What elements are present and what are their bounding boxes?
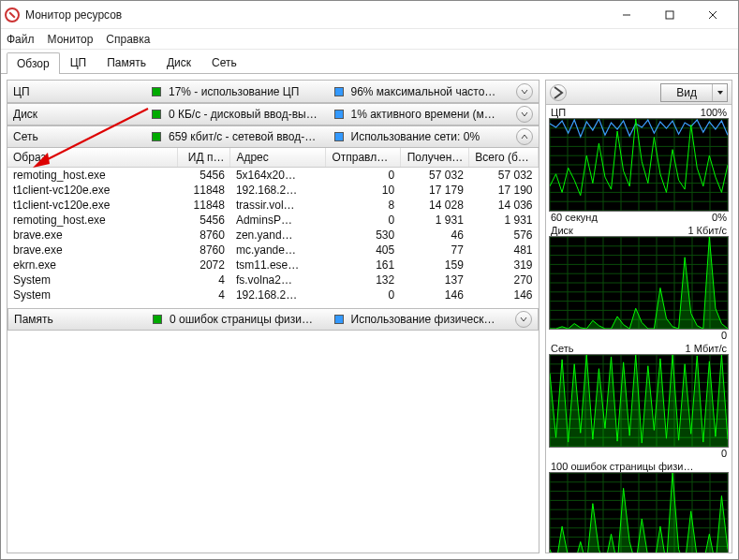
cell: remoting_host.exe [7, 168, 177, 184]
net-collapse[interactable] [516, 128, 533, 145]
section-net[interactable]: Сеть 659 кбит/с - сетевой ввод-… Использ… [7, 125, 539, 148]
cell: 17 190 [469, 183, 539, 198]
table-row[interactable]: System4192.168.2…0146146 [7, 287, 539, 302]
graph-scale-top: 100% [701, 107, 727, 118]
cpu-expander[interactable] [516, 83, 533, 100]
right-pane-collapse[interactable] [550, 84, 567, 101]
cell: 8 [326, 198, 400, 213]
close-button[interactable] [691, 1, 734, 29]
section-cpu[interactable]: ЦП 17% - использование ЦП 96% максимальн… [7, 81, 539, 103]
cell: t1client-vc120e.exe [7, 198, 177, 213]
left-pane: ЦП 17% - использование ЦП 96% максимальн… [7, 80, 539, 553]
disk-io-swatch [152, 110, 161, 119]
table-row[interactable]: ekrn.exe2072tsm11.ese…161159319 [7, 258, 539, 273]
cell: 319 [469, 258, 539, 273]
tabstrip: Обзор ЦП Память Диск Сеть [1, 50, 738, 74]
cell: 2072 [177, 258, 230, 273]
table-row[interactable]: remoting_host.exe5456AdminsP…01 9311 931 [7, 213, 539, 228]
cell: zen.yand… [230, 228, 326, 243]
disk-expander[interactable] [516, 106, 533, 123]
graph-footer-right: 0 [721, 330, 727, 341]
cell: fs.volna2… [230, 273, 326, 287]
memory-expander[interactable] [515, 311, 532, 328]
graph-block: Сеть1 Мбит/с0 [549, 343, 729, 459]
cpu-metric1: 17% - использование ЦП [169, 85, 327, 98]
maximize-button[interactable] [648, 1, 691, 29]
cell: trassir.vol… [230, 198, 326, 213]
cell: 1 931 [469, 213, 539, 228]
cell: 530 [326, 228, 400, 243]
menubar: Файл Монитор Справка [1, 29, 738, 50]
cell: 405 [326, 243, 400, 258]
cell: 159 [400, 258, 469, 273]
cell: 46 [400, 228, 469, 243]
cell: brave.exe [7, 228, 177, 243]
table-row[interactable]: brave.exe8760mc.yande…40577481 [7, 243, 539, 258]
cell: 14 028 [400, 198, 469, 213]
graph-scale-top: 1 Мбит/с [686, 343, 727, 354]
cell: mc.yande… [230, 243, 326, 258]
net-table-grid[interactable]: Образ ИД п… Адрес Отправле… Получен… Все… [7, 148, 539, 302]
section-disk-title: Диск [13, 108, 144, 121]
right-pane-toolbar: Вид [546, 81, 732, 105]
titlebar: Монитор ресурсов [1, 1, 738, 29]
tab-overview[interactable]: Обзор [7, 52, 60, 74]
net-table-header-row: Образ ИД п… Адрес Отправле… Получен… Все… [7, 148, 539, 168]
cell: 4 [177, 287, 230, 302]
graph-canvas [549, 118, 729, 212]
disk-metric2: 1% активного времени (м… [351, 108, 510, 121]
disk-active-swatch [334, 110, 344, 119]
cell: 8760 [177, 243, 230, 258]
col-image[interactable]: Образ [7, 148, 177, 168]
view-button-label: Вид [661, 86, 712, 99]
col-sent[interactable]: Отправле… [326, 148, 400, 168]
col-addr[interactable]: Адрес [230, 148, 326, 168]
content-area: ЦП 17% - использование ЦП 96% максимальн… [1, 74, 738, 559]
cell: 0 [326, 168, 400, 184]
col-total[interactable]: Всего (ба… [469, 148, 539, 168]
svg-rect-1 [666, 11, 673, 19]
cpu-freq-swatch [334, 87, 344, 96]
cell: 77 [400, 243, 469, 258]
col-pid[interactable]: ИД п… [177, 148, 230, 168]
cell: 576 [469, 228, 539, 243]
col-recv[interactable]: Получен… [400, 148, 469, 168]
net-io-swatch [152, 132, 161, 141]
memory-metric2: Использование физическ… [351, 313, 509, 326]
view-dropdown-icon[interactable] [712, 84, 727, 101]
tab-disk[interactable]: Диск [156, 52, 201, 73]
cell: 57 032 [469, 168, 539, 184]
section-memory[interactable]: Память 0 ошибок страницы физи… Использов… [7, 308, 539, 331]
graph-footer-right: 0% [712, 212, 727, 223]
menu-file[interactable]: Файл [7, 33, 35, 46]
graph-block: ЦП100%60 секунд0% [549, 107, 729, 223]
cell: 146 [469, 287, 539, 302]
cell: remoting_host.exe [7, 213, 177, 228]
graph-title: Диск [551, 225, 573, 236]
cell: 161 [326, 258, 400, 273]
cell: 192.168.2… [230, 183, 326, 198]
tab-cpu[interactable]: ЦП [60, 52, 97, 73]
cell: 270 [469, 273, 539, 287]
graph-title: ЦП [551, 107, 566, 118]
table-row[interactable]: t1client-vc120e.exe11848192.168.2…1017 1… [7, 183, 539, 198]
tab-memory[interactable]: Память [96, 52, 156, 73]
table-row[interactable]: remoting_host.exe54565x164x20…057 03257 … [7, 168, 539, 184]
disk-metric1: 0 КБ/с - дисковый ввод-вы… [169, 108, 327, 121]
table-row[interactable]: System4fs.volna2…132137270 [7, 273, 539, 287]
menu-help[interactable]: Справка [106, 33, 150, 46]
left-blank [7, 331, 539, 553]
tab-net[interactable]: Сеть [201, 52, 247, 73]
cell: ekrn.exe [7, 258, 177, 273]
left-inner: ЦП 17% - использование ЦП 96% максимальн… [7, 80, 539, 553]
minimize-button[interactable] [605, 1, 648, 29]
menu-monitor[interactable]: Монитор [48, 33, 94, 46]
graph-scale-top: 1 Кбит/с [687, 225, 727, 236]
table-row[interactable]: brave.exe8760zen.yand…53046576 [7, 228, 539, 243]
net-metric2: Использование сети: 0% [351, 130, 510, 143]
section-disk[interactable]: Диск 0 КБ/с - дисковый ввод-вы… 1% актив… [7, 103, 539, 125]
graph-footer-right: 0 [721, 448, 727, 459]
graph-title: Сеть [551, 343, 573, 354]
view-button[interactable]: Вид [660, 83, 728, 102]
table-row[interactable]: t1client-vc120e.exe11848trassir.vol…814 … [7, 198, 539, 213]
